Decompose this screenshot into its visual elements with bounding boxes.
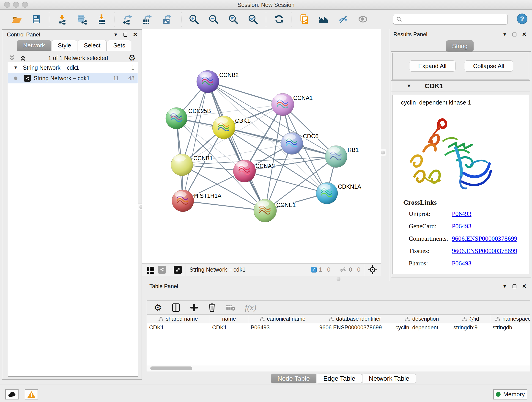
network-node-label: RB1 xyxy=(348,147,359,153)
column-header--id[interactable]: @id xyxy=(451,315,490,323)
results-panel-collapse-icon[interactable]: ▼ xyxy=(502,32,507,37)
network-node-ccna2[interactable]: CCNA2 xyxy=(233,160,275,182)
network-node-ccne1[interactable]: CCNE1 xyxy=(254,199,296,222)
zoom-fit-button[interactable] xyxy=(228,14,239,25)
fit-selected-crosshair-icon[interactable] xyxy=(368,265,377,274)
expand-all-icon[interactable] xyxy=(20,55,28,61)
control-panel-float-icon[interactable] xyxy=(123,33,127,37)
table-hscrollbar[interactable] xyxy=(147,365,530,371)
memory-button[interactable]: Memory xyxy=(493,389,527,400)
export-network-button[interactable] xyxy=(122,14,132,25)
import-network-button[interactable] xyxy=(57,14,67,25)
tab-network-table[interactable]: Network Table xyxy=(362,374,416,383)
export-image-button[interactable] xyxy=(161,14,172,25)
network-node-rb1[interactable]: RB1 xyxy=(325,146,359,167)
expand-all-button[interactable]: Expand All xyxy=(409,61,456,71)
network-edge[interactable] xyxy=(208,82,265,211)
refresh-button[interactable] xyxy=(274,14,284,25)
zoom-out-button[interactable] xyxy=(208,14,219,25)
show-hide-panel-button[interactable] xyxy=(358,14,368,25)
column-header-canonical-name[interactable]: canonical name xyxy=(248,315,317,323)
zoom-in-button[interactable] xyxy=(189,14,199,25)
crosslink-link[interactable]: 9606.ENSP00000378699 xyxy=(452,247,517,254)
column-header-database-identifier[interactable]: database identifier xyxy=(317,315,393,323)
tab-string[interactable]: String xyxy=(446,40,474,52)
warnings-button[interactable] xyxy=(25,389,38,400)
grid-view-icon[interactable] xyxy=(147,266,155,274)
open-session-button[interactable] xyxy=(12,14,22,25)
network-row-selected[interactable]: String Network – cdk1 11 48 xyxy=(8,73,138,83)
selected-checkbox-icon[interactable]: ✓ xyxy=(311,267,317,273)
tree-expander-icon[interactable]: ▼ xyxy=(13,65,18,70)
delete-column-trash-icon[interactable] xyxy=(208,303,216,312)
network-node-hist1h1a[interactable]: HIST1H1A xyxy=(172,190,222,212)
add-column-icon[interactable] xyxy=(190,303,198,312)
collapse-all-button[interactable]: Collapse All xyxy=(464,61,513,71)
column-header-description[interactable]: description xyxy=(393,315,451,323)
tab-sets[interactable]: Sets xyxy=(107,40,131,51)
cloud-button[interactable] xyxy=(5,389,19,400)
results-panel-float-icon[interactable] xyxy=(513,32,516,36)
control-panel-collapse-icon[interactable]: ▼ xyxy=(114,32,118,37)
network-node-ccna1[interactable]: CCNA1 xyxy=(272,93,313,116)
crosslink-link[interactable]: P06493 xyxy=(452,223,472,230)
table-panel-float-icon[interactable] xyxy=(513,284,516,288)
table-panel-close-icon[interactable]: ✕ xyxy=(522,283,526,289)
network-node-label: CCNA1 xyxy=(293,95,313,101)
zoom-selected-button[interactable] xyxy=(248,14,258,25)
network-collection-row[interactable]: ▼ String Network – cdk1 1 xyxy=(8,62,138,73)
search-input[interactable] xyxy=(404,16,502,22)
network-canvas[interactable]: CCNB2CCNA1CDC25BCDK1CDC6RB1CCNB1CCNA2CDK… xyxy=(142,29,381,263)
gene-section-header[interactable]: ▼ CDK1 xyxy=(391,80,530,91)
hide-panels-button[interactable] xyxy=(338,14,348,25)
gene-expander-icon[interactable]: ▼ xyxy=(406,83,412,89)
status-bar: Memory xyxy=(0,385,532,402)
control-panel-close-icon[interactable]: ✕ xyxy=(133,32,138,37)
open-in-new-window-icon[interactable] xyxy=(174,266,182,274)
table-header-row[interactable]: shared namenamecanonical namedatabase id… xyxy=(147,315,530,323)
column-header-label: @id xyxy=(469,316,479,322)
import-table-button[interactable] xyxy=(96,14,107,25)
column-header-name[interactable]: name xyxy=(210,315,248,323)
duplicate-network-button[interactable] xyxy=(298,14,309,25)
memory-status-dot xyxy=(496,392,500,397)
crosslink-link[interactable]: P06493 xyxy=(452,210,472,217)
export-table-button[interactable] xyxy=(141,14,152,25)
import-network-from-database-button[interactable] xyxy=(76,14,87,25)
tab-node-table[interactable]: Node Table xyxy=(271,374,317,383)
search-icon xyxy=(396,16,402,22)
crosslink-row: Tissues:9606.ENSP00000378699 xyxy=(409,247,517,255)
network-edge[interactable] xyxy=(208,82,283,104)
table-panel-collapse-icon[interactable]: ▼ xyxy=(502,284,507,288)
crosslink-link[interactable]: 9606.ENSP00000378699 xyxy=(452,235,517,242)
results-panel-close-icon[interactable]: ✕ xyxy=(522,32,526,37)
network-edge[interactable] xyxy=(244,171,327,193)
help-button[interactable]: ? xyxy=(517,13,527,24)
tab-network[interactable]: Network xyxy=(17,40,51,51)
network-edge[interactable] xyxy=(224,128,336,157)
table-options-gear-icon[interactable]: ⚙ xyxy=(154,303,162,312)
network-overview-button[interactable] xyxy=(318,14,329,25)
column-header-shared-name[interactable]: shared name xyxy=(147,315,210,323)
tab-edge-table[interactable]: Edge Table xyxy=(317,374,362,383)
network-edge[interactable] xyxy=(183,82,208,201)
network-view[interactable]: CCNB2CCNA1CDC25BCDK1CDC6RB1CCNB1CCNA2CDK… xyxy=(142,29,381,276)
hidden-eye-icon xyxy=(339,266,347,273)
table-row[interactable]: CDK1CDK1P064939606.ENSP00000378699cyclin… xyxy=(147,323,530,332)
tab-select[interactable]: Select xyxy=(78,40,107,51)
search-box[interactable] xyxy=(393,14,508,25)
collapse-all-icon[interactable] xyxy=(9,55,17,61)
network-node-cdc25b[interactable]: CDC25B xyxy=(166,108,211,129)
results-panel-title: Results Panel xyxy=(393,31,427,38)
column-header-namespace[interactable]: namespace xyxy=(490,315,530,323)
network-node-label: CCNB2 xyxy=(219,72,239,78)
save-session-button[interactable] xyxy=(31,14,42,25)
table-hscrollbar-thumb[interactable] xyxy=(150,366,192,370)
network-edge[interactable] xyxy=(183,201,265,211)
network-options-gear-icon[interactable]: ⚙ xyxy=(128,54,136,62)
crosslink-link[interactable]: P06493 xyxy=(452,260,472,267)
tab-style[interactable]: Style xyxy=(51,40,77,51)
show-columns-icon[interactable] xyxy=(172,303,180,312)
network-badge-icon[interactable] xyxy=(158,266,166,274)
network-node-cdkn1a[interactable]: CDKN1A xyxy=(316,182,361,204)
